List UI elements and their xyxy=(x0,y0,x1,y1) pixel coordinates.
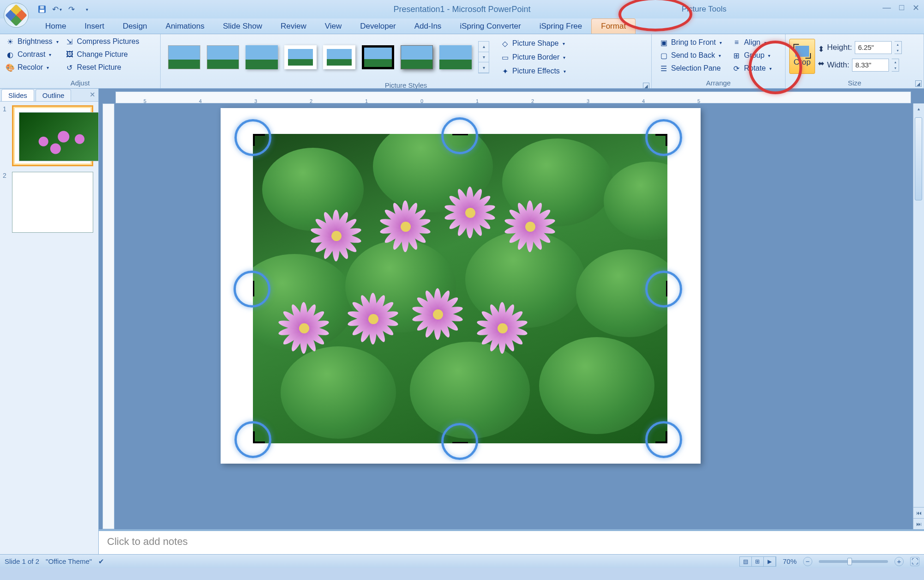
change-picture-button[interactable]: 🖼Change Picture xyxy=(63,49,141,60)
slide-canvas[interactable] xyxy=(114,103,913,529)
crop-handle-ml[interactable] xyxy=(253,281,254,296)
style-thumb-5[interactable] xyxy=(323,45,355,69)
pane-close-icon[interactable]: ✕ xyxy=(90,91,96,99)
reset-icon: ↺ xyxy=(65,63,74,72)
crop-icon xyxy=(795,46,809,57)
compress-button[interactable]: ⇲Compress Pictures xyxy=(63,36,141,47)
rotate-icon: ⟳ xyxy=(732,64,741,73)
style-thumb-3[interactable] xyxy=(246,45,278,69)
tab-slideshow[interactable]: Slide Show xyxy=(214,19,271,34)
tab-developer[interactable]: Developer xyxy=(351,19,405,34)
crop-handle-tr[interactable] xyxy=(655,134,667,146)
crop-handle-tl[interactable] xyxy=(253,134,265,146)
picture-shape-button[interactable]: ◇Picture Shape▾ xyxy=(498,38,568,49)
maximize-button[interactable]: □ xyxy=(899,3,904,13)
style-thumb-4[interactable] xyxy=(284,45,317,69)
contrast-icon: ◐ xyxy=(6,50,15,59)
tab-format[interactable]: Format xyxy=(591,18,636,34)
vertical-scrollbar[interactable]: ▴ ⏮⏭ xyxy=(913,103,924,529)
horizontal-ruler[interactable]: 54321012345 xyxy=(115,91,911,103)
height-label: Height: xyxy=(827,43,852,52)
office-button[interactable] xyxy=(4,3,29,28)
style-gallery: ▴▾▾ xyxy=(164,36,493,78)
notes-pane[interactable]: Click to add notes xyxy=(99,529,924,554)
zoom-out-button[interactable]: − xyxy=(803,557,812,566)
slide-row-1[interactable]: 1 xyxy=(3,105,96,166)
slide xyxy=(221,108,701,464)
tab-ispring-free[interactable]: iSpring Free xyxy=(530,19,592,34)
shape-icon: ◇ xyxy=(500,39,510,48)
spellcheck-icon[interactable]: ✔ xyxy=(98,557,104,566)
zoom-in-button[interactable]: + xyxy=(894,557,904,566)
redo-icon[interactable]: ↷ xyxy=(66,3,78,15)
style-thumb-6[interactable] xyxy=(362,45,394,69)
vertical-ruler[interactable] xyxy=(102,103,114,529)
crop-handle-br[interactable] xyxy=(655,431,667,443)
reset-picture-button[interactable]: ↺Reset Picture xyxy=(63,62,141,73)
quick-access-toolbar: ↶▾ ↷ ▾ xyxy=(36,3,92,15)
group-size: Crop ⬍ ⬌ Height: 6.25" ▴▾ Width: 8.33" ▴… xyxy=(786,34,924,88)
send-to-back-button[interactable]: ▢Send to Back▾ xyxy=(657,50,724,61)
styles-dialog-launcher[interactable]: ◢ xyxy=(643,83,649,89)
next-slide-button[interactable]: ⏭ xyxy=(913,518,924,529)
picture-border-button[interactable]: ▭Picture Border▾ xyxy=(498,52,568,63)
picture-effects-button[interactable]: ✦Picture Effects▾ xyxy=(498,66,568,77)
recolor-button[interactable]: 🎨Recolor▾ xyxy=(4,62,60,73)
height-spinner[interactable]: ▴▾ xyxy=(894,41,902,54)
align-button[interactable]: ≡Align▾ xyxy=(730,37,774,48)
height-input[interactable]: 6.25" xyxy=(855,41,892,54)
gallery-more[interactable]: ▴▾▾ xyxy=(478,41,489,73)
rotate-button[interactable]: ⟳Rotate▾ xyxy=(730,63,774,74)
crop-handle-tm[interactable] xyxy=(452,134,468,135)
crop-handle-bm[interactable] xyxy=(452,442,468,443)
tab-insert[interactable]: Insert xyxy=(75,19,114,34)
front-icon: ▣ xyxy=(659,38,668,47)
tab-home[interactable]: Home xyxy=(36,19,75,34)
tab-animations[interactable]: Animations xyxy=(156,19,214,34)
crop-handle-mr[interactable] xyxy=(666,281,667,296)
contrast-button[interactable]: ◐Contrast▾ xyxy=(4,49,60,60)
tab-review[interactable]: Review xyxy=(271,19,316,34)
sorter-view-button[interactable]: ⊞ xyxy=(752,557,764,566)
crop-handle-bl[interactable] xyxy=(253,431,265,443)
change-picture-icon: 🖼 xyxy=(65,50,74,59)
prev-slide-button[interactable]: ⏮ xyxy=(913,507,924,518)
group-label-size: Size◢ xyxy=(786,78,924,88)
qat-more-icon[interactable]: ▾ xyxy=(80,3,92,15)
workspace: Slides Outline ✕ 1 2 54321012345 xyxy=(0,89,924,554)
width-input[interactable]: 8.33" xyxy=(852,59,889,72)
brightness-button[interactable]: ☀Brightness▾ xyxy=(4,36,60,47)
style-thumb-8[interactable] xyxy=(439,45,472,69)
slide-thumbnails: 1 2 xyxy=(0,102,98,554)
border-icon: ▭ xyxy=(500,53,510,62)
zoom-slider[interactable] xyxy=(819,560,888,563)
group-button[interactable]: ⊞Group▾ xyxy=(730,50,774,61)
crop-button[interactable]: Crop xyxy=(789,39,815,74)
width-spinner[interactable]: ▴▾ xyxy=(892,59,899,72)
ribbon: ☀Brightness▾ ◐Contrast▾ 🎨Recolor▾ ⇲Compr… xyxy=(0,34,924,89)
slide-thumb-1[interactable] xyxy=(12,105,93,166)
tab-ispring-converter[interactable]: iSpring Converter xyxy=(450,19,530,34)
tab-view[interactable]: View xyxy=(316,19,351,34)
fit-button[interactable]: ⛶ xyxy=(910,557,919,566)
picture[interactable] xyxy=(253,134,667,443)
size-dialog-launcher[interactable]: ◢ xyxy=(915,80,922,87)
save-icon[interactable] xyxy=(36,3,48,15)
tab-design[interactable]: Design xyxy=(114,19,156,34)
style-thumb-2[interactable] xyxy=(207,45,239,69)
style-thumb-1[interactable] xyxy=(168,45,200,69)
slide-thumb-2[interactable] xyxy=(12,172,93,233)
tab-addins[interactable]: Add-Ins xyxy=(405,19,451,34)
undo-icon[interactable]: ↶▾ xyxy=(51,3,63,15)
slide-row-2[interactable]: 2 xyxy=(3,172,96,233)
selection-pane-button[interactable]: ☰Selection Pane xyxy=(657,63,724,74)
bring-to-front-button[interactable]: ▣Bring to Front▾ xyxy=(657,37,724,48)
pane-tab-slides[interactable]: Slides xyxy=(1,89,34,101)
style-thumb-7[interactable] xyxy=(401,45,433,69)
svg-rect-1 xyxy=(40,10,44,12)
pane-tab-outline[interactable]: Outline xyxy=(36,89,72,101)
slideshow-view-button[interactable]: ▶ xyxy=(764,557,776,566)
normal-view-button[interactable]: ▤ xyxy=(740,557,752,566)
minimize-button[interactable]: — xyxy=(882,3,891,13)
close-button[interactable]: ✕ xyxy=(912,3,919,13)
